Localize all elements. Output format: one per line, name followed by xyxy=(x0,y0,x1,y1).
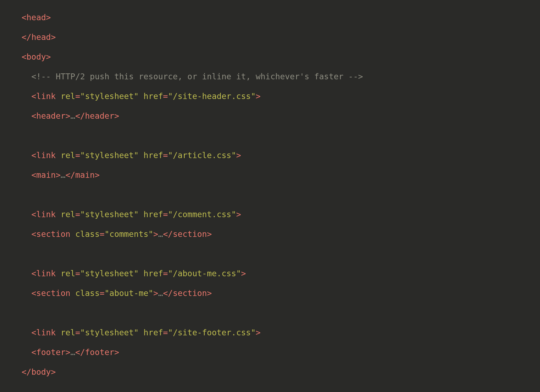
code-line-inline_pair: <main>…</main> xyxy=(22,170,100,180)
code-line-void_tag: <link rel="stylesheet" href="/article.cs… xyxy=(22,151,241,160)
code-block: <head> </head> <body> <!-- HTTP/2 push t… xyxy=(0,0,540,389)
code-line-tag_close: </body> xyxy=(22,367,56,377)
code-line-void_tag: <link rel="stylesheet" href="/about-me.c… xyxy=(22,269,246,278)
code-line-inline_pair: <section class="about-me">…</section> xyxy=(22,288,212,298)
code-line-comment: <!-- HTTP/2 push this resource, or inlin… xyxy=(22,72,363,81)
code-line-void_tag: <link rel="stylesheet" href="/site-heade… xyxy=(22,91,261,101)
code-line-void_tag: <link rel="stylesheet" href="/comment.cs… xyxy=(22,210,241,219)
code-line-inline_pair: <footer>…</footer> xyxy=(22,347,119,357)
code-line-tag_close: </head> xyxy=(22,32,56,42)
code-line-tag_open: <body> xyxy=(22,52,51,62)
code-line-tag_open: <head> xyxy=(22,13,51,22)
code-line-inline_pair: <section class="comments">…</section> xyxy=(22,229,212,239)
code-line-void_tag: <link rel="stylesheet" href="/site-foote… xyxy=(22,328,261,337)
code-line-inline_pair: <header>…</header> xyxy=(22,111,119,121)
